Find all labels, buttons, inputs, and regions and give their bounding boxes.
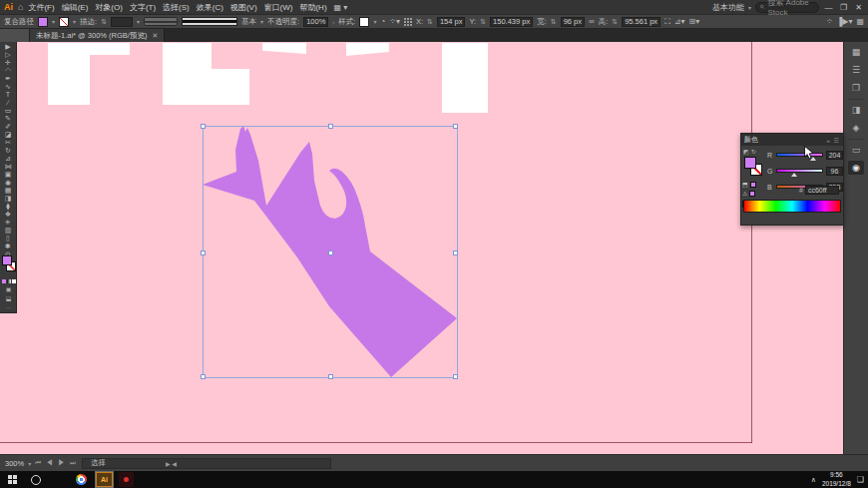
stock-search[interactable]: 搜索 Adobe Stock bbox=[755, 2, 819, 13]
document-setup-icon[interactable]: ⁘▾ bbox=[389, 17, 400, 26]
green-slider-thumb[interactable] bbox=[791, 173, 797, 177]
canvas[interactable] bbox=[0, 42, 868, 454]
pencil-tool[interactable]: ✐ bbox=[1, 123, 16, 131]
mesh-tool[interactable]: ▦ bbox=[1, 187, 16, 195]
layers-panel[interactable]: ◈ bbox=[848, 121, 864, 135]
rectangle-tool[interactable]: ▭ bbox=[1, 107, 16, 115]
y-field[interactable]: 150.439 px bbox=[490, 17, 533, 27]
status-splitter-icon[interactable]: ▶ ◀ bbox=[166, 460, 177, 467]
letter-fragment-f-stem[interactable] bbox=[48, 43, 90, 105]
type-tool[interactable]: T bbox=[1, 91, 16, 99]
color-mode-icon[interactable] bbox=[2, 279, 6, 283]
opacity-chevron-icon[interactable]: › bbox=[332, 19, 334, 25]
fill-color-swatch[interactable] bbox=[38, 17, 48, 27]
selection-bounding-box[interactable] bbox=[203, 126, 458, 378]
brush-definition-dropdown[interactable] bbox=[182, 17, 237, 26]
magic-wand-tool[interactable]: ✛ bbox=[1, 59, 16, 67]
document-tab[interactable]: 未标题-1.ai* @ 300% (RGB/预览) ✕ bbox=[30, 29, 165, 42]
handle-w[interactable] bbox=[201, 250, 206, 255]
paintbrush-tool[interactable]: ✎ bbox=[1, 115, 16, 123]
letter-fragment-l-foot[interactable] bbox=[212, 69, 249, 105]
tray-chevron-icon[interactable]: ∧ bbox=[811, 476, 816, 484]
menu-select[interactable]: 选择(S) bbox=[163, 2, 190, 13]
menu-file[interactable]: 文件(F) bbox=[28, 2, 54, 13]
letter-fragment-t-stem[interactable] bbox=[442, 43, 488, 113]
handle-nw[interactable] bbox=[201, 124, 206, 129]
chrome[interactable] bbox=[73, 472, 90, 487]
eraser-tool[interactable]: ◪ bbox=[1, 131, 16, 139]
height-field[interactable]: 95.561 px bbox=[622, 17, 660, 27]
web-color-warning[interactable]: ⬒ bbox=[742, 181, 756, 188]
zoom-dropdown-icon[interactable]: ▾ bbox=[28, 460, 31, 467]
artboard-navigation[interactable]: ⏮ ◀ ▶ ⏭ bbox=[35, 459, 78, 467]
swatches-panel[interactable]: ▦ bbox=[848, 45, 864, 59]
handle-s[interactable] bbox=[328, 374, 333, 379]
search-button[interactable] bbox=[27, 472, 44, 487]
handle-se[interactable] bbox=[453, 374, 458, 379]
handle-center[interactable] bbox=[328, 250, 333, 255]
home-icon[interactable]: ⌂ bbox=[18, 2, 23, 12]
red-slider[interactable] bbox=[776, 153, 823, 157]
gradient-panel[interactable]: ◨ bbox=[848, 99, 864, 117]
symbol-sprayer-tool[interactable]: ✳ bbox=[1, 219, 16, 227]
handle-e[interactable] bbox=[453, 250, 458, 255]
menu-type[interactable]: 文字(T) bbox=[130, 2, 156, 13]
stroke-stepper[interactable]: ⇅ bbox=[101, 18, 107, 26]
screen-mode-icon[interactable]: ⬓ bbox=[0, 294, 17, 301]
color-panel[interactable]: ◉ bbox=[848, 161, 864, 175]
green-value-field[interactable]: 96 bbox=[826, 167, 843, 176]
minimize-button[interactable]: — bbox=[823, 3, 834, 12]
workspace-switcher[interactable]: 基本功能 bbox=[712, 2, 744, 13]
red-value-field[interactable]: 204 bbox=[826, 151, 843, 160]
gamut-warning[interactable]: ⚠ bbox=[742, 190, 755, 197]
start-button[interactable] bbox=[4, 472, 21, 487]
grid-icon[interactable]: ▦ bbox=[856, 17, 864, 26]
menu-object[interactable]: 对象(O) bbox=[95, 2, 123, 13]
width-profile-dropdown[interactable] bbox=[144, 17, 178, 26]
graph-tool[interactable]: ▥ bbox=[1, 227, 16, 235]
pen-tool[interactable]: ✒ bbox=[1, 75, 16, 83]
green-slider[interactable] bbox=[776, 169, 823, 173]
hex-field[interactable]: cc60ff bbox=[805, 186, 839, 195]
toolbar-fill-swatch[interactable] bbox=[2, 255, 12, 265]
dots-icon[interactable]: ⁘ bbox=[826, 17, 833, 26]
width-field[interactable]: 96 px bbox=[561, 17, 585, 27]
hand-tool[interactable]: ✱ bbox=[1, 243, 16, 250]
complement-icon[interactable]: ↻ bbox=[751, 148, 756, 155]
scale-tool[interactable]: ⊿ bbox=[1, 155, 16, 163]
width-tool[interactable]: ⋈ bbox=[1, 163, 16, 171]
menu-view[interactable]: 视图(V) bbox=[230, 2, 257, 13]
gradient-mode-icon[interactable] bbox=[7, 279, 11, 283]
curvature-tool[interactable]: ∿ bbox=[1, 83, 16, 91]
draw-mode-icon[interactable]: ▣ bbox=[0, 285, 17, 292]
handle-sw[interactable] bbox=[201, 374, 206, 379]
rotate-tool[interactable]: ↻ bbox=[1, 147, 16, 155]
style-swatch[interactable] bbox=[359, 17, 369, 27]
close-button[interactable]: ✕ bbox=[853, 3, 864, 12]
x-field[interactable]: 154 px bbox=[437, 17, 466, 27]
recorder[interactable] bbox=[119, 472, 134, 487]
action-center-icon[interactable]: ❏ bbox=[857, 475, 864, 484]
blend-tool[interactable]: ❖ bbox=[1, 211, 16, 219]
menu-effect[interactable]: 效果(C) bbox=[197, 2, 223, 13]
toolbar-more-icon[interactable]: … bbox=[0, 303, 17, 309]
none-mode-icon[interactable] bbox=[12, 279, 16, 283]
gradient-tool[interactable]: ◨ bbox=[1, 195, 16, 203]
taskbar-clock[interactable]: 9:56 2019/12/8 bbox=[822, 471, 851, 487]
menu-window[interactable]: 窗口(W) bbox=[264, 2, 293, 13]
stroke-color-swatch[interactable] bbox=[59, 17, 69, 27]
panel-menu-icon[interactable]: ☰ bbox=[834, 138, 840, 144]
menu-help[interactable]: 帮助(H) bbox=[299, 2, 326, 13]
distribute-dropdown-icon[interactable]: ⊞▾ bbox=[688, 17, 699, 26]
file-explorer[interactable] bbox=[50, 472, 67, 487]
color-spectrum-bar[interactable] bbox=[743, 200, 841, 213]
tab-close-icon[interactable]: ✕ bbox=[152, 32, 158, 40]
collapse-panel-icon[interactable]: » bbox=[827, 138, 831, 144]
artboards-panel[interactable]: ▭ bbox=[848, 139, 864, 157]
letter-fragment-l-stem[interactable] bbox=[163, 43, 212, 105]
align-dropdown-icon[interactable]: ⊿▾ bbox=[674, 17, 685, 26]
link-dimensions-icon[interactable]: ∞ bbox=[589, 17, 595, 26]
panel-toggle-icon[interactable]: ▐▶▾ bbox=[837, 17, 853, 26]
shape-builder-tool[interactable]: ◉ bbox=[1, 179, 16, 187]
illustrator[interactable]: Ai bbox=[96, 472, 113, 487]
